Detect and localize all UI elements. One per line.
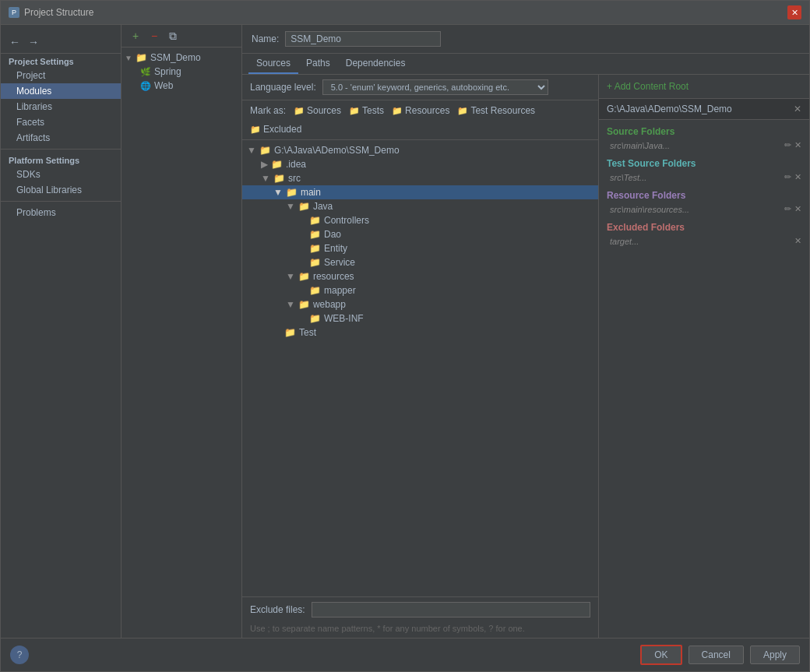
source-folder-edit-btn[interactable]: ✏ <box>784 140 791 150</box>
mark-as-label: Mark as: <box>250 105 286 116</box>
mark-as-resources[interactable]: 📁 Resources <box>392 105 449 116</box>
copy-module-btn[interactable]: ⧉ <box>165 28 181 44</box>
mark-as-excluded[interactable]: 📁 Excluded <box>250 124 301 135</box>
controllers-folder-icon: 📁 <box>309 215 321 226</box>
test-folder-icon: 📁 <box>284 327 296 338</box>
module-spring-label: Spring <box>154 66 181 77</box>
tree-main[interactable]: ▼ 📁 main <box>242 185 598 199</box>
sidebar-item-libraries[interactable]: Libraries <box>1 99 121 114</box>
tree-src[interactable]: ▼ 📁 src <box>242 171 598 185</box>
tab-sources[interactable]: Sources <box>248 54 298 74</box>
source-folder-path-0: src\main\Java... <box>610 141 670 150</box>
tree-dao[interactable]: 📁 Dao <box>242 227 598 241</box>
content-root-close-btn[interactable]: ✕ <box>794 104 801 114</box>
help-button[interactable]: ? <box>10 646 29 664</box>
apply-button[interactable]: Apply <box>750 646 800 664</box>
tab-paths[interactable]: Paths <box>298 54 338 74</box>
service-folder-icon: 📁 <box>309 257 321 268</box>
tree-java[interactable]: ▼ 📁 Java <box>242 199 598 213</box>
test-label: Test <box>299 327 316 338</box>
add-content-root-btn[interactable]: + Add Content Root <box>599 75 809 99</box>
excluded-folder-remove-btn[interactable]: ✕ <box>794 236 801 246</box>
language-level-select[interactable]: 5.0 - 'enum' keyword, generics, autoboxi… <box>322 79 548 95</box>
module-spring[interactable]: 🌿 Spring <box>122 65 241 79</box>
name-input[interactable] <box>285 31 441 47</box>
content-roots-panel: + Add Content Root G:\AJava\ADemo\SSM_De… <box>599 75 809 638</box>
source-folder-actions-0: ✏ ✕ <box>784 140 801 150</box>
resource-folder-edit-btn[interactable]: ✏ <box>784 204 791 214</box>
sidebar: ← → Project Settings Project Modules Lib… <box>1 25 122 638</box>
tree-idea[interactable]: ▶ 📁 .idea <box>242 157 598 171</box>
resources-folder-icon: 📁 <box>392 106 403 116</box>
exclude-input[interactable] <box>312 602 590 617</box>
mark-resources-label: Resources <box>405 105 449 116</box>
remove-module-btn[interactable]: − <box>146 28 162 44</box>
mark-tests-label: Tests <box>362 105 384 116</box>
source-folder-remove-btn[interactable]: ✕ <box>794 140 801 150</box>
close-button[interactable]: ✕ <box>787 5 801 19</box>
content-root-header: G:\AJava\ADemo\SSM_Demo ✕ <box>599 99 809 120</box>
controllers-label: Controllers <box>324 215 369 226</box>
sidebar-item-project[interactable]: Project <box>1 68 121 83</box>
tree-entity[interactable]: 📁 Entity <box>242 241 598 255</box>
resource-folders-entry-0: src\main\resources... ✏ ✕ <box>599 202 809 216</box>
webinf-folder-icon: 📁 <box>309 313 321 324</box>
cancel-button[interactable]: Cancel <box>688 646 744 664</box>
tree-resources[interactable]: ▼ 📁 resources <box>242 269 598 283</box>
resource-folder-actions-0: ✏ ✕ <box>784 204 801 214</box>
sidebar-item-modules[interactable]: Modules <box>1 83 121 99</box>
mark-excluded-label: Excluded <box>263 124 301 135</box>
tree-controllers[interactable]: 📁 Controllers <box>242 213 598 227</box>
title-bar-left: P Project Structure <box>9 7 93 18</box>
ok-button[interactable]: OK <box>640 645 681 665</box>
mapper-folder-icon: 📁 <box>309 285 321 296</box>
test-source-folder-edit-btn[interactable]: ✏ <box>784 172 791 182</box>
mark-as-tests[interactable]: 📁 Tests <box>349 105 384 116</box>
main-layout: ← → Project Settings Project Modules Lib… <box>1 25 809 638</box>
sidebar-item-sdks[interactable]: SDKs <box>1 167 121 182</box>
exclude-section: Exclude files: Use ; to separate name pa… <box>242 596 598 638</box>
excluded-folder-icon: 📁 <box>250 125 261 135</box>
tree-webinf[interactable]: 📁 WEB-INF <box>242 311 598 325</box>
sidebar-item-problems[interactable]: Problems <box>1 205 121 220</box>
service-label: Service <box>324 257 355 268</box>
bottom-bar: ? OK Cancel Apply <box>1 638 809 671</box>
tests-folder-icon: 📁 <box>349 106 360 116</box>
tree-webapp[interactable]: ▼ 📁 webapp <box>242 297 598 311</box>
test-source-folder-actions-0: ✏ ✕ <box>784 172 801 182</box>
tree-test[interactable]: 📁 Test <box>242 325 598 340</box>
tab-dependencies[interactable]: Dependencies <box>338 54 414 74</box>
mark-as-test-resources[interactable]: 📁 Test Resources <box>457 105 535 116</box>
module-web[interactable]: 🌐 Web <box>122 79 241 93</box>
sidebar-item-global-libraries[interactable]: Global Libraries <box>1 182 121 198</box>
back-btn[interactable]: ← <box>7 34 23 50</box>
tree-root[interactable]: ▼ 📁 G:\AJava\ADemo\SSM_Demo <box>242 143 598 157</box>
tree-service[interactable]: 📁 Service <box>242 255 598 269</box>
add-module-btn[interactable]: + <box>128 28 143 44</box>
sources-folder-icon: 📁 <box>294 106 305 116</box>
tree-mapper[interactable]: 📁 mapper <box>242 283 598 297</box>
sidebar-item-artifacts[interactable]: Artifacts <box>1 130 121 146</box>
forward-btn[interactable]: → <box>26 34 41 50</box>
root-folder-icon: 📁 <box>259 145 271 156</box>
resource-folder-remove-btn[interactable]: ✕ <box>794 204 801 214</box>
idea-label: .idea <box>286 159 306 170</box>
name-label: Name: <box>252 33 279 44</box>
tabs-row: Sources Paths Dependencies <box>242 54 809 75</box>
src-label: src <box>288 173 301 184</box>
src-folder-icon: 📁 <box>273 173 285 184</box>
source-folders-entry-0: src\main\Java... ✏ ✕ <box>599 139 809 152</box>
main-label: main <box>301 187 321 198</box>
entity-folder-icon: 📁 <box>309 243 321 254</box>
test-source-folder-path-0: src\Test... <box>610 173 646 182</box>
excluded-folders-section: Excluded Folders target... ✕ <box>599 216 809 248</box>
java-folder-icon: 📁 <box>298 201 310 212</box>
excluded-folders-title: Excluded Folders <box>599 220 809 234</box>
module-ssm-demo[interactable]: ▼ 📁 SSM_Demo <box>122 51 241 65</box>
resources-tree-folder-icon: 📁 <box>298 271 310 282</box>
sidebar-item-facets[interactable]: Facets <box>1 114 121 130</box>
excluded-folder-path-0: target... <box>610 237 639 246</box>
test-source-folder-remove-btn[interactable]: ✕ <box>794 172 801 182</box>
language-level-row: Language level: 5.0 - 'enum' keyword, ge… <box>242 75 598 100</box>
mark-as-sources[interactable]: 📁 Sources <box>294 105 341 116</box>
